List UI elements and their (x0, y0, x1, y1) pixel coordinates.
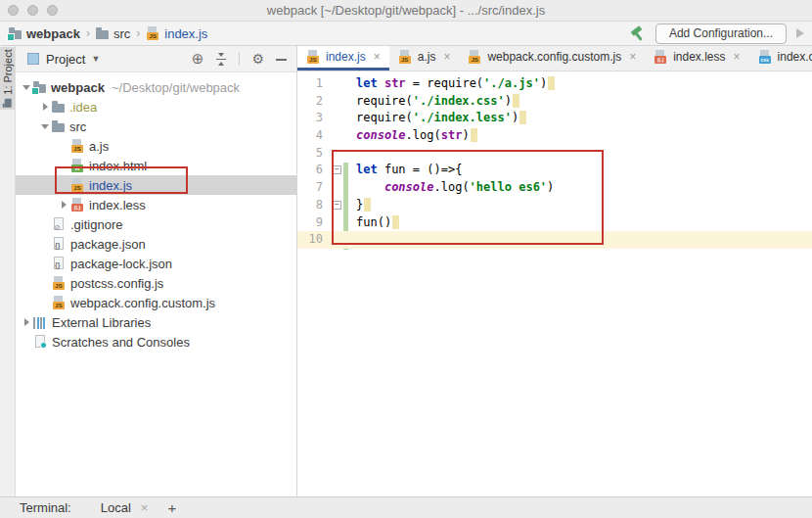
code-text: fun() (356, 214, 399, 232)
tree-item-index.js[interactable]: JSindex.js (16, 175, 296, 195)
code-text: } (356, 197, 371, 214)
terminal-bar: Terminal: Local × + (0, 496, 812, 518)
code-text: console.log('hello es6') (356, 179, 554, 197)
run-toolbar: Add Configuration... (629, 24, 804, 44)
js-file-icon: JS (398, 50, 412, 64)
line-number: 7 (297, 179, 323, 197)
collapse-all-icon[interactable] (215, 53, 227, 66)
breadcrumb-separator-icon: › (136, 26, 140, 40)
tree-item-index.less[interactable]: (L)index.less (16, 195, 296, 214)
tree-item-External Libraries[interactable]: External Libraries (16, 312, 296, 332)
tree-item-label: src (69, 119, 86, 134)
tab-label: webpack.config.custom.js (487, 50, 621, 64)
terminal-tab-local[interactable]: Local (101, 500, 131, 515)
tab-close-icon[interactable]: × (374, 50, 381, 64)
tab-close-icon[interactable]: × (443, 50, 450, 64)
tree-item-webpack[interactable]: webpack~/Desktop/git/webpack (16, 77, 296, 97)
hide-panel-icon[interactable] (276, 59, 287, 61)
warning-highlight (548, 76, 555, 90)
terminal-add-tab-button[interactable]: + (167, 499, 176, 516)
editor-tab-index.less[interactable]: (L)index.less× (645, 46, 748, 71)
tree-item-postcss.config.js[interactable]: JSpostcss.config.js (16, 273, 296, 293)
tree-expand-right-icon[interactable] (38, 103, 52, 111)
code-editor[interactable]: 1let str = require('./a.js')2require('./… (297, 71, 812, 496)
tree-item-label: webpack.config.custom.js (70, 296, 215, 310)
code-line: 3require('./index.less') (297, 110, 812, 127)
tab-label: a.js (418, 50, 436, 64)
code-text: require('./index.css') (356, 93, 519, 111)
window-title: webpack [~/Desktop/git/webpack] - .../sr… (0, 0, 812, 21)
editor-tab-a.js[interactable]: JSa.js× (389, 46, 460, 71)
build-hammer-icon[interactable] (629, 25, 646, 41)
tab-label: index.css (778, 50, 812, 64)
tree-item-.gitignore[interactable]: ⊘.gitignore (16, 214, 296, 234)
js-file-icon: JS (468, 50, 481, 64)
editor-tab-webpack.config.custom.js[interactable]: JSwebpack.config.custom.js× (459, 46, 645, 71)
tree-item-.idea[interactable]: .idea (16, 97, 296, 117)
line-number: 10 (297, 231, 323, 249)
tree-item-label: .gitignore (70, 217, 122, 232)
tree-item-label: External Libraries (52, 315, 151, 330)
run-play-icon[interactable] (796, 28, 804, 38)
locate-icon[interactable]: ⊕ (192, 52, 204, 66)
js-file-icon: JS (70, 139, 84, 153)
project-panel: Project ▼ ⊕ ⚙ webpack~/Desktop/git/webpa… (16, 46, 297, 496)
terminal-tab-close-icon[interactable]: × (141, 500, 149, 515)
tab-close-icon[interactable]: × (629, 50, 636, 64)
zoom-window-button[interactable] (47, 5, 58, 16)
breadcrumb-item-index.js[interactable]: JSindex.js (146, 26, 207, 41)
tree-item-label: package.json (70, 237, 146, 252)
tree-expand-down-icon[interactable] (38, 124, 52, 129)
folder-project-icon (9, 30, 22, 39)
window-controls (8, 5, 58, 16)
code-text: let fun = ()=>{ (356, 162, 462, 179)
project-stripe-button[interactable]: 1: Project (0, 47, 15, 110)
fold-marker-icon[interactable]: − (333, 201, 341, 210)
line-number: 9 (297, 214, 323, 232)
tree-item-label: index.js (89, 178, 132, 193)
minimize-window-button[interactable] (27, 5, 38, 16)
fold-marker-icon[interactable]: − (333, 165, 341, 174)
code-text: console.log(str) (356, 127, 477, 145)
title-bar: webpack [~/Desktop/git/webpack] - .../sr… (0, 0, 812, 22)
tree-item-index.html[interactable]: Hindex.html (16, 156, 296, 175)
header-divider (239, 52, 240, 66)
breadcrumb-item-src[interactable]: src (96, 26, 130, 41)
css-file-icon: css (758, 50, 772, 64)
tree-item-webpack.config.custom.js[interactable]: JSwebpack.config.custom.js (16, 293, 296, 312)
code-line: 8−} (297, 197, 812, 214)
scratches-file-icon (33, 335, 47, 349)
folder-icon (52, 123, 65, 132)
json-file-icon: {} (52, 237, 66, 251)
folder-icon (96, 30, 109, 39)
tree-item-path: ~/Desktop/git/webpack (112, 80, 240, 95)
folder-project-icon (33, 84, 46, 93)
html-file-icon: H (70, 159, 84, 172)
code-line: 4console.log(str) (297, 127, 812, 145)
code-text: let str = require('./a.js') (356, 75, 555, 93)
less-file-icon: (L) (654, 50, 667, 64)
chevron-down-icon[interactable]: ▼ (91, 54, 100, 64)
tree-expand-right-icon[interactable] (57, 201, 70, 209)
tree-item-package-lock.json[interactable]: {}package-lock.json (16, 254, 296, 273)
line-number: 3 (297, 110, 323, 127)
editor-tab-index.js[interactable]: JSindex.js× (297, 46, 389, 71)
add-configuration-button[interactable]: Add Configuration... (655, 24, 787, 44)
tree-item-package.json[interactable]: {}package.json (16, 234, 296, 254)
tree-item-label: .idea (69, 100, 97, 115)
tree-expand-right-icon[interactable] (20, 318, 33, 326)
breadcrumb-item-webpack[interactable]: webpack (9, 26, 80, 41)
project-panel-title: Project (46, 52, 85, 67)
tab-close-icon[interactable]: × (734, 50, 741, 64)
tree-item-src[interactable]: src (16, 117, 296, 136)
tree-item-label: index.less (89, 198, 146, 212)
line-number: 5 (297, 145, 323, 163)
close-window-button[interactable] (8, 5, 19, 16)
breadcrumb: webpack›src›JSindex.js (9, 26, 207, 41)
tree-item-Scratches and Consoles[interactable]: Scratches and Consoles (16, 332, 296, 352)
tree-item-a.js[interactable]: JSa.js (16, 136, 296, 156)
tool-window-stripe: 1: Project (0, 46, 16, 496)
line-number: 4 (297, 127, 323, 145)
editor-tab-index.css[interactable]: cssindex.css× (749, 46, 812, 71)
gear-icon[interactable]: ⚙ (251, 52, 264, 66)
